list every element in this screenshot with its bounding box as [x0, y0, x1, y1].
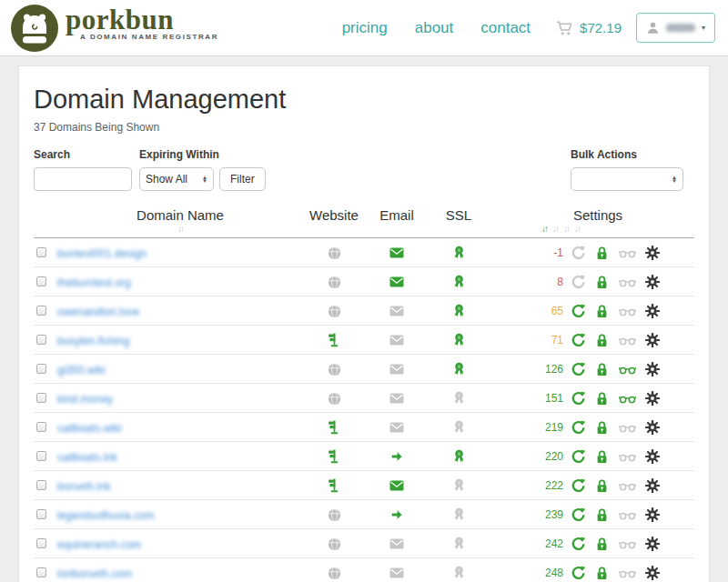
website-parked-globe-icon[interactable]: [328, 537, 341, 551]
auto-renew-icon[interactable]: [571, 246, 586, 261]
ssl-certificate-icon[interactable]: [452, 333, 466, 347]
nav-contact[interactable]: contact: [480, 19, 531, 37]
whois-privacy-glasses-icon[interactable]: [619, 480, 636, 492]
sort-expiry[interactable]: ↓↑: [541, 223, 547, 236]
expiring-within-select[interactable]: Show All ▲▼: [139, 167, 214, 191]
lock-icon[interactable]: [595, 362, 609, 376]
nav-pricing[interactable]: pricing: [342, 19, 388, 37]
domain-link[interactable]: loriborseth.com: [57, 567, 132, 580]
whois-privacy-glasses-icon[interactable]: [619, 509, 636, 521]
row-checkbox[interactable]: [36, 451, 46, 461]
ssl-certificate-icon[interactable]: [452, 478, 466, 493]
email-icon[interactable]: [389, 306, 404, 316]
search-input[interactable]: [34, 167, 132, 191]
row-checkbox[interactable]: [36, 480, 46, 490]
sort-lock[interactable]: ↓↑: [563, 223, 569, 236]
email-icon[interactable]: [389, 567, 404, 578]
website-parked-globe-icon[interactable]: [328, 276, 341, 289]
whois-privacy-glasses-icon[interactable]: [619, 276, 636, 288]
row-checkbox[interactable]: [36, 247, 46, 257]
email-icon[interactable]: [389, 422, 404, 433]
website-parked-globe-icon[interactable]: [328, 305, 341, 318]
email-forward-icon[interactable]: [390, 450, 403, 463]
auto-renew-icon[interactable]: [571, 507, 586, 523]
domain-link[interactable]: gi350.wiki: [57, 364, 106, 376]
domain-link[interactable]: equineranch.com: [57, 538, 141, 551]
ssl-certificate-icon[interactable]: [452, 275, 466, 289]
website-parked-globe-icon[interactable]: [328, 392, 341, 406]
settings-gear-icon[interactable]: [645, 304, 660, 318]
whois-privacy-glasses-icon[interactable]: [619, 393, 636, 405]
ssl-certificate-icon[interactable]: [452, 566, 466, 580]
cart-button[interactable]: $72.19: [556, 20, 622, 36]
row-checkbox[interactable]: [36, 364, 46, 374]
auto-renew-icon[interactable]: [571, 566, 586, 581]
whois-privacy-glasses-icon[interactable]: [619, 451, 636, 463]
settings-gear-icon[interactable]: [645, 333, 660, 347]
email-icon[interactable]: [389, 276, 404, 287]
whois-privacy-glasses-icon[interactable]: [619, 567, 636, 579]
lock-icon[interactable]: [595, 333, 609, 347]
website-parked-globe-icon[interactable]: [328, 363, 341, 376]
auto-renew-icon[interactable]: [571, 391, 586, 406]
ssl-certificate-icon[interactable]: [452, 420, 466, 435]
lock-icon[interactable]: [595, 566, 609, 580]
lock-icon[interactable]: [595, 537, 609, 551]
lock-icon[interactable]: [595, 449, 609, 464]
nav-about[interactable]: about: [415, 19, 454, 37]
ssl-certificate-icon[interactable]: [452, 304, 466, 318]
domain-link[interactable]: owenandlori.love: [57, 306, 139, 318]
lock-icon[interactable]: [595, 478, 609, 493]
whois-privacy-glasses-icon[interactable]: [619, 422, 636, 434]
porkbun-logo[interactable]: porkbun A DOMAIN NAME REGISTRAR: [11, 5, 218, 52]
settings-gear-icon[interactable]: [645, 420, 660, 435]
email-icon[interactable]: [389, 480, 404, 491]
email-forward-icon[interactable]: [390, 508, 403, 521]
filter-button[interactable]: Filter: [219, 167, 266, 191]
email-icon[interactable]: [389, 335, 404, 346]
ssl-certificate-icon[interactable]: [452, 391, 466, 406]
settings-gear-icon[interactable]: [645, 246, 660, 260]
auto-renew-icon[interactable]: [571, 537, 586, 552]
lock-icon[interactable]: [595, 246, 609, 260]
bulk-actions-select[interactable]: ▲▼: [571, 167, 683, 191]
sort-autorenew[interactable]: ↓↑: [552, 223, 558, 236]
auto-renew-icon[interactable]: [571, 420, 586, 436]
lock-icon[interactable]: [595, 507, 609, 522]
email-icon[interactable]: [389, 247, 404, 258]
row-checkbox[interactable]: [36, 538, 46, 548]
settings-gear-icon[interactable]: [645, 537, 660, 551]
auto-renew-icon[interactable]: [571, 362, 586, 377]
website-active-icon[interactable]: [328, 478, 341, 493]
whois-privacy-glasses-icon[interactable]: [619, 538, 636, 550]
website-active-icon[interactable]: [328, 333, 341, 347]
domain-link[interactable]: busylen.fishing: [57, 335, 129, 347]
website-active-icon[interactable]: [328, 449, 341, 464]
email-icon[interactable]: [389, 538, 404, 549]
row-checkbox[interactable]: [36, 509, 46, 519]
website-parked-globe-icon[interactable]: [328, 508, 341, 522]
website-active-icon[interactable]: [328, 420, 341, 435]
domain-link[interactable]: sailboats.wiki: [57, 422, 122, 435]
auto-renew-icon[interactable]: [571, 304, 586, 319]
domain-link[interactable]: legendsofhuvia.com: [57, 509, 155, 522]
domain-link[interactable]: kind.money: [57, 393, 113, 406]
lock-icon[interactable]: [595, 304, 609, 318]
ssl-certificate-icon[interactable]: [452, 246, 466, 260]
lock-icon[interactable]: [595, 275, 609, 289]
domain-link[interactable]: borseth.ink: [57, 480, 111, 493]
domain-link[interactable]: sailboats.ink: [57, 451, 117, 464]
auto-renew-icon[interactable]: [571, 478, 586, 494]
domain-link[interactable]: theburntest.org: [57, 276, 131, 289]
settings-gear-icon[interactable]: [645, 566, 660, 580]
row-checkbox[interactable]: [36, 393, 46, 403]
whois-privacy-glasses-icon[interactable]: [619, 335, 636, 346]
row-checkbox[interactable]: [36, 306, 46, 316]
row-checkbox[interactable]: [36, 276, 46, 286]
domain-link[interactable]: buntest001.design: [57, 247, 147, 260]
whois-privacy-glasses-icon[interactable]: [619, 306, 636, 317]
auto-renew-icon[interactable]: [571, 449, 586, 465]
ssl-certificate-icon[interactable]: [452, 537, 466, 551]
settings-gear-icon[interactable]: [645, 275, 660, 289]
row-checkbox[interactable]: [36, 335, 46, 345]
